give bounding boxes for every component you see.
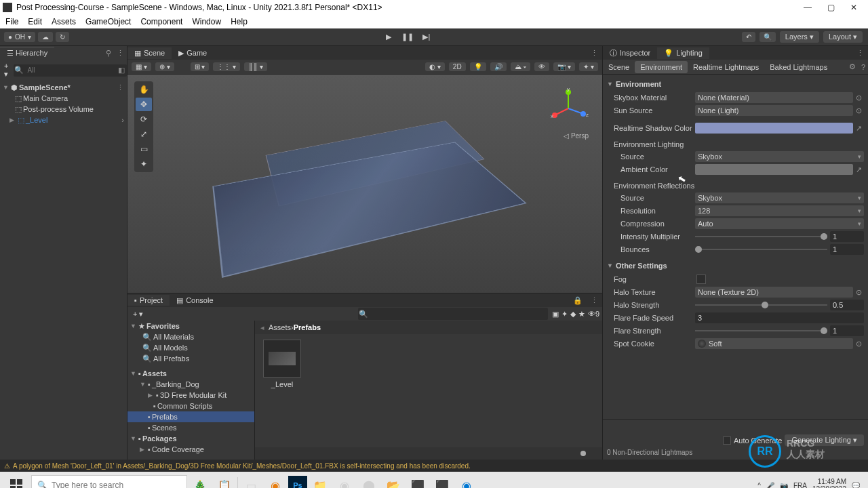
- inspector-menu-icon[interactable]: ⋮: [852, 49, 868, 58]
- maximize-button[interactable]: ▢: [819, 3, 842, 12]
- asset-level[interactable]: _Level: [260, 340, 304, 442]
- fav-prefabs[interactable]: 🔍All Prefabs: [127, 353, 254, 364]
- favorites-header[interactable]: ▼★Favorites: [127, 321, 254, 331]
- hidden-toggle-icon[interactable]: 👁: [534, 62, 549, 71]
- halotex-picker-icon[interactable]: ⊙: [853, 288, 864, 297]
- 2d-toggle[interactable]: 2D: [449, 62, 466, 71]
- cloud-button[interactable]: ☁: [38, 32, 53, 42]
- hierarchy-item-camera[interactable]: ⬚ Main Camera: [0, 93, 127, 104]
- resolution-dropdown[interactable]: 128: [695, 205, 864, 216]
- menu-help[interactable]: Help: [231, 17, 248, 26]
- menu-edit[interactable]: Edit: [28, 17, 42, 26]
- audio-toggle-icon[interactable]: 🔊: [490, 62, 507, 71]
- tray-clock[interactable]: 11:49 AM 12/20/2022: [812, 478, 846, 488]
- move-tool-icon[interactable]: ✥: [136, 98, 152, 111]
- hierarchy-tab[interactable]: ☰ Hierarchy: [0, 47, 54, 59]
- hand-tool-icon[interactable]: ✋: [136, 83, 152, 96]
- taskbar-blender-icon[interactable]: ◉: [264, 474, 287, 488]
- tray-notifications-icon[interactable]: 💬: [852, 482, 860, 489]
- project-breadcrumb[interactable]: ◂Assets › Prefabs: [255, 321, 602, 334]
- tray-lang[interactable]: FRA: [793, 482, 807, 489]
- fx-toggle-dropdown[interactable]: ⛰ ▾: [511, 62, 531, 71]
- taskbar-photoshop-icon[interactable]: Ps: [288, 476, 307, 488]
- back-arrow-icon[interactable]: ◂: [260, 323, 264, 332]
- env-header[interactable]: ▼Environment: [607, 77, 864, 91]
- play-button[interactable]: ▶: [381, 31, 396, 43]
- subtab-help-icon[interactable]: ?: [859, 63, 868, 71]
- view-tool-dropdown[interactable]: ▦ ▾: [132, 62, 151, 71]
- console-tab[interactable]: ▤Console: [170, 295, 220, 306]
- subtab-baked[interactable]: Baked Lightmaps: [764, 61, 833, 73]
- sun-field[interactable]: None (Light): [695, 105, 853, 116]
- history-button[interactable]: ↻: [56, 32, 69, 42]
- taskbar-chrome-icon[interactable]: ◉: [333, 474, 356, 488]
- menu-assets[interactable]: Assets: [52, 17, 76, 26]
- close-button[interactable]: ✕: [842, 3, 865, 12]
- menu-gameobject[interactable]: GameObject: [85, 17, 131, 26]
- draw-mode-dropdown[interactable]: ◐ ▾: [425, 62, 445, 71]
- project-hidden-icon[interactable]: 👁9: [588, 310, 599, 318]
- grid-visible-dropdown[interactable]: ║║ ▾: [244, 62, 267, 71]
- scene-tab-menu-icon[interactable]: ⋮: [587, 49, 602, 58]
- taskbar-unityhub-icon[interactable]: ⬛: [431, 474, 454, 488]
- grid-snap-dropdown[interactable]: ⊞ ▾: [191, 62, 210, 71]
- menu-file[interactable]: File: [5, 17, 18, 26]
- folder-scenes[interactable]: ▪Scenes: [127, 422, 254, 433]
- game-tab[interactable]: ▶Game: [172, 47, 214, 59]
- other-header[interactable]: ▼Other Settings: [607, 259, 864, 272]
- folder-prefabs[interactable]: ▪Prefabs: [127, 411, 254, 422]
- folder-barkingdog[interactable]: ▼▪_Barking_Dog: [127, 379, 254, 390]
- menu-component[interactable]: Component: [140, 17, 182, 26]
- subtab-gear-icon[interactable]: ⚙: [846, 62, 859, 71]
- project-menu-icon[interactable]: ⋮: [587, 296, 602, 305]
- bounces-slider[interactable]: [695, 244, 827, 255]
- camera-dropdown[interactable]: 📷 ▾: [553, 62, 575, 71]
- step-button[interactable]: ▶|: [419, 31, 434, 43]
- ref-source-dropdown[interactable]: Skybox: [695, 192, 864, 203]
- fav-models[interactable]: 🔍All Models: [127, 342, 254, 353]
- project-filter-icon[interactable]: ▣: [552, 310, 559, 319]
- scene-menu-icon[interactable]: ⋮: [117, 83, 127, 92]
- flarefade-field[interactable]: 3: [695, 312, 864, 323]
- hierarchy-item-postprocess[interactable]: ⬚ Post-process Volume: [0, 104, 127, 115]
- folder-commonscripts[interactable]: ▪Common Scripts: [127, 401, 254, 411]
- subtab-scene[interactable]: Scene: [603, 61, 635, 73]
- project-zoom-slider[interactable]: [255, 447, 602, 460]
- status-bar[interactable]: ⚠ A polygon of Mesh 'Door_Left_01' in As…: [0, 460, 868, 472]
- tray-cam-icon[interactable]: 📷: [780, 482, 788, 489]
- shadow-picker-icon[interactable]: ↗: [853, 124, 864, 133]
- auto-generate-checkbox[interactable]: [723, 436, 731, 445]
- taskbar-search[interactable]: 🔍Type here to search: [31, 475, 187, 488]
- project-create-dropdown[interactable]: + ▾: [130, 309, 146, 319]
- lighting-tab[interactable]: 💡Lighting: [657, 47, 709, 59]
- taskbar-edge-icon[interactable]: ◉: [455, 474, 478, 488]
- hierarchy-scene-row[interactable]: ▼⬢ SampleScene* ⋮: [0, 82, 127, 93]
- intensity-slider[interactable]: [695, 231, 827, 242]
- taskbar-weather-icon[interactable]: 🎄: [189, 474, 212, 488]
- hierarchy-search-pick-icon[interactable]: ◧: [116, 66, 127, 75]
- fog-checkbox[interactable]: [696, 274, 706, 284]
- halotex-field[interactable]: None (Texture 2D): [695, 287, 853, 298]
- intensity-value[interactable]: 1: [830, 231, 864, 242]
- snap-increment-dropdown[interactable]: ⋮⋮ ▾: [213, 62, 240, 71]
- shadow-color-field[interactable]: [695, 123, 853, 134]
- packages-header[interactable]: ▼▪Packages: [127, 433, 254, 444]
- lighting-source-dropdown[interactable]: Skybox: [695, 151, 864, 162]
- search-global-icon[interactable]: 🔍: [760, 32, 776, 42]
- layers-dropdown[interactable]: Layers ▾: [780, 31, 819, 43]
- scale-tool-icon[interactable]: ⤢: [136, 127, 152, 141]
- generate-lighting-button[interactable]: Generate Lighting ▾: [785, 434, 864, 446]
- project-lock-icon[interactable]: 🔒: [569, 296, 587, 305]
- persp-label[interactable]: ◁ Persp: [564, 132, 589, 140]
- ambient-picker-icon[interactable]: ↗: [853, 165, 864, 174]
- minimize-button[interactable]: —: [796, 3, 819, 12]
- lighting-toggle-icon[interactable]: 💡: [470, 62, 486, 71]
- taskbar-news-icon[interactable]: 📋: [213, 474, 236, 488]
- project-tab[interactable]: ▪Project: [127, 295, 170, 306]
- pkg-codecoverage[interactable]: ▶▪Code Coverage: [127, 444, 254, 455]
- shading-dropdown[interactable]: ⊕ ▾: [155, 62, 174, 71]
- inspector-tab[interactable]: ⓘInspector: [603, 47, 657, 60]
- hierarchy-menu-icon[interactable]: ⋮: [114, 49, 127, 58]
- flarestr-value[interactable]: 1: [830, 325, 864, 336]
- rotate-tool-icon[interactable]: ⟳: [136, 113, 152, 126]
